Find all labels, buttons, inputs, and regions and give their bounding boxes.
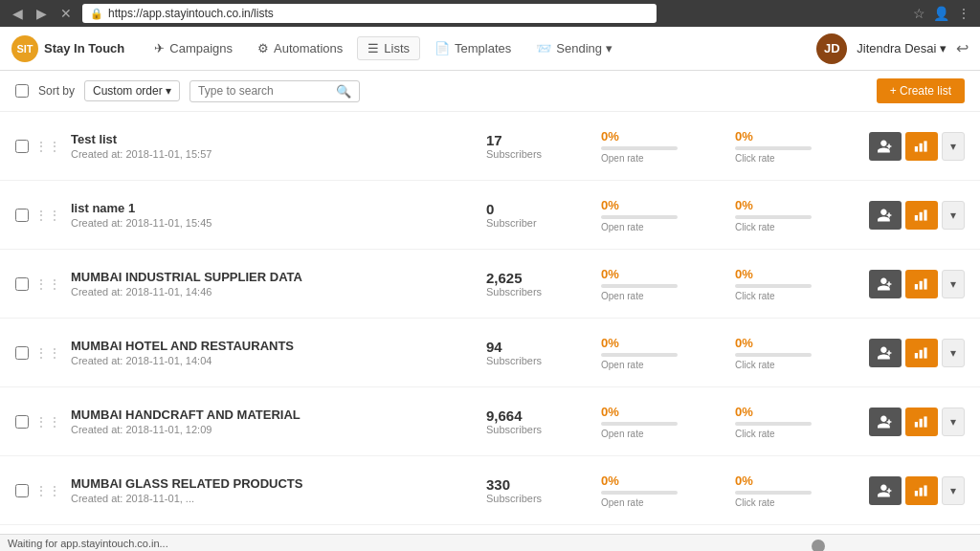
- row-checkbox-1[interactable]: [15, 209, 29, 222]
- stats-button-5[interactable]: [905, 476, 938, 505]
- list-row: ⋮⋮ list name 1 Created at: 2018-11-01, 1…: [0, 181, 980, 250]
- stats-button-0[interactable]: [905, 132, 938, 161]
- row-actions-4: ▾: [869, 408, 965, 436]
- sub-label-4: Subscribers: [486, 424, 601, 435]
- add-subscriber-button-2[interactable]: [869, 270, 902, 298]
- more-button-3[interactable]: ▾: [942, 339, 965, 367]
- nav-lists-label: Lists: [384, 41, 410, 55]
- drag-handle-5[interactable]: ⋮⋮: [34, 483, 61, 498]
- browser-chrome: ◀ ▶ ✕ 🔒 https://app.stayintouch.co.in/li…: [0, 0, 980, 27]
- select-all-checkbox[interactable]: [15, 84, 29, 98]
- toolbar: Sort by Custom order ▾ 🔍 + Create list: [0, 71, 980, 112]
- row-stats-2: 0% Open rate 0% Click rate: [601, 267, 869, 301]
- account-button[interactable]: 👤: [933, 6, 949, 21]
- create-list-button[interactable]: + Create list: [877, 78, 965, 103]
- back-button[interactable]: ◀: [10, 6, 26, 21]
- click-rate-label-2: Click rate: [735, 291, 850, 301]
- click-rate-pct-0: 0%: [735, 129, 850, 143]
- forward-button[interactable]: ▶: [33, 6, 50, 21]
- click-rate-block-1: 0% Click rate: [735, 198, 850, 232]
- url-bar[interactable]: 🔒 https://app.stayintouch.co.in/lists: [82, 4, 657, 23]
- drag-handle-3[interactable]: ⋮⋮: [34, 345, 61, 361]
- drag-handle-2[interactable]: ⋮⋮: [34, 276, 61, 292]
- open-rate-pct-5: 0%: [601, 474, 716, 488]
- menu-button[interactable]: ⋮: [957, 6, 970, 21]
- list-row: ⋮⋮ Test list Created at: 2018-11-01, 15:…: [0, 112, 980, 181]
- brand[interactable]: SIT Stay In Touch: [11, 35, 124, 62]
- svg-rect-6: [915, 284, 918, 290]
- open-rate-label-3: Open rate: [601, 360, 716, 370]
- row-checkbox-2[interactable]: [15, 277, 29, 291]
- svg-rect-3: [915, 215, 918, 221]
- row-checkbox-0[interactable]: [15, 140, 29, 153]
- click-rate-label-3: Click rate: [735, 360, 850, 370]
- nav-item-campaigns[interactable]: ✈ Campaigns: [144, 36, 243, 60]
- add-subscriber-button-5[interactable]: [869, 476, 902, 505]
- sort-value: Custom order ▾: [93, 84, 171, 98]
- open-rate-block-4: 0% Open rate: [601, 405, 716, 439]
- settings-button[interactable]: ↩: [956, 39, 969, 57]
- stats-button-4[interactable]: [905, 408, 938, 436]
- row-actions-0: ▾: [869, 132, 965, 161]
- row-actions-1: ▾: [869, 201, 965, 230]
- nav-item-automations[interactable]: ⚙ Automations: [247, 36, 353, 60]
- open-rate-label-4: Open rate: [601, 429, 716, 439]
- add-subscriber-button-3[interactable]: [869, 339, 902, 367]
- nav-right: JD Jitendra Desai ▾ ↩: [816, 33, 969, 64]
- more-button-5[interactable]: ▾: [942, 476, 965, 505]
- nav-item-sending[interactable]: 📨 Sending ▾: [525, 36, 622, 60]
- row-created-3: Created at: 2018-11-01, 14:04: [71, 355, 486, 366]
- row-created-1: Created at: 2018-11-01, 15:45: [71, 217, 486, 229]
- list-row: ⋮⋮ MUMBAI HOTEL AND RESTAURANTS Created …: [0, 319, 980, 387]
- open-rate-block-0: 0% Open rate: [601, 129, 716, 164]
- search-box[interactable]: 🔍: [189, 80, 360, 102]
- add-subscriber-button-4[interactable]: [869, 408, 902, 436]
- click-rate-bar-wrap-3: [735, 353, 812, 357]
- drag-handle-0[interactable]: ⋮⋮: [34, 139, 61, 154]
- lock-icon: 🔒: [90, 8, 103, 20]
- more-button-1[interactable]: ▾: [942, 201, 965, 230]
- svg-rect-12: [915, 422, 918, 428]
- automations-icon: ⚙: [257, 41, 269, 55]
- drag-handle-1[interactable]: ⋮⋮: [34, 208, 61, 223]
- nav-item-lists[interactable]: ☰ Lists: [357, 36, 420, 60]
- stats-button-3[interactable]: [905, 339, 938, 367]
- svg-rect-17: [924, 485, 926, 496]
- row-actions-3: ▾: [869, 339, 965, 367]
- svg-rect-8: [924, 278, 926, 289]
- sub-label-2: Subscribers: [486, 286, 601, 298]
- main-content: Sort by Custom order ▾ 🔍 + Create list ⋮…: [0, 71, 980, 551]
- brand-name: Stay In Touch: [44, 41, 124, 55]
- stats-button-2[interactable]: [905, 270, 938, 298]
- sort-dropdown[interactable]: Custom order ▾: [84, 80, 180, 101]
- add-subscriber-button-1[interactable]: [869, 201, 902, 230]
- nav-item-templates[interactable]: 📄 Templates: [424, 36, 522, 60]
- add-subscriber-button-0[interactable]: [869, 132, 902, 161]
- sub-label-1: Subscriber: [486, 217, 601, 229]
- row-checkbox-4[interactable]: [15, 415, 29, 429]
- click-rate-label-1: Click rate: [735, 222, 850, 232]
- refresh-button[interactable]: ✕: [57, 6, 75, 21]
- open-rate-label-2: Open rate: [601, 291, 716, 301]
- svg-rect-16: [920, 487, 923, 496]
- search-icon: 🔍: [336, 84, 351, 99]
- more-button-2[interactable]: ▾: [942, 270, 965, 298]
- more-button-4[interactable]: ▾: [942, 408, 965, 436]
- stats-button-1[interactable]: [905, 201, 938, 230]
- url-text: https://app.stayintouch.co.in/lists: [108, 7, 274, 20]
- row-checkbox-3[interactable]: [15, 346, 29, 360]
- row-info-1: list name 1 Created at: 2018-11-01, 15:4…: [71, 201, 486, 229]
- svg-rect-9: [915, 353, 918, 359]
- search-input[interactable]: [198, 84, 332, 98]
- more-button-0[interactable]: ▾: [942, 132, 965, 161]
- row-info-4: MUMBAI HANDCRAFT AND MATERIAL Created at…: [71, 408, 486, 435]
- sub-count-2: 2,625: [486, 270, 601, 286]
- row-name-1: list name 1: [71, 201, 486, 215]
- row-info-3: MUMBAI HOTEL AND RESTAURANTS Created at:…: [71, 339, 486, 366]
- star-button[interactable]: ☆: [913, 6, 925, 21]
- drag-handle-4[interactable]: ⋮⋮: [34, 414, 61, 430]
- lists-icon: ☰: [368, 41, 379, 55]
- browser-actions: ☆ 👤 ⋮: [913, 6, 970, 21]
- row-checkbox-5[interactable]: [15, 484, 29, 497]
- sub-label-0: Subscribers: [486, 148, 601, 160]
